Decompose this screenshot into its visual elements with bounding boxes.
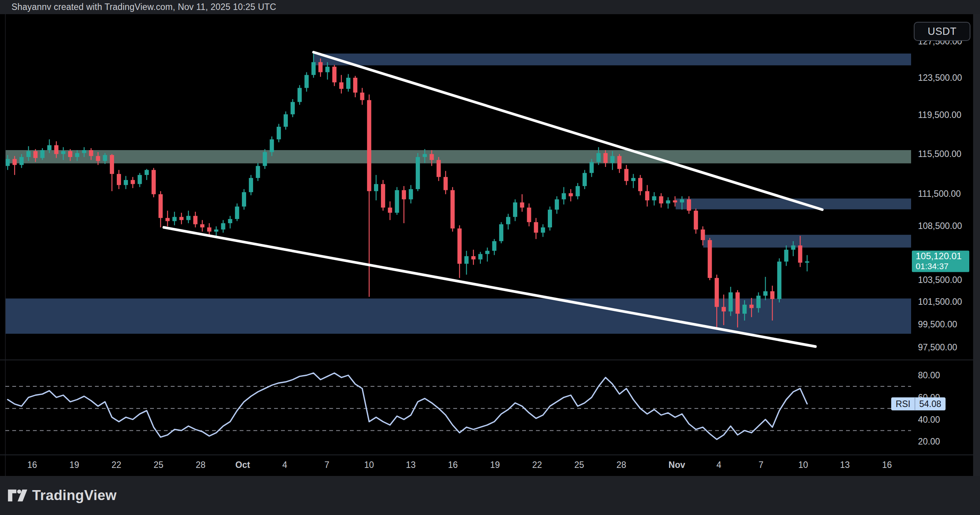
candle-up bbox=[138, 175, 142, 184]
rsi-line[interactable] bbox=[8, 373, 807, 439]
candle-down bbox=[603, 153, 608, 163]
candle-down bbox=[617, 156, 622, 169]
time-axis-labels[interactable]: 1619222528Oct4710131619222528Nov47101316 bbox=[27, 460, 892, 470]
price-tick-label: 115,500.00 bbox=[918, 149, 961, 159]
brand-name: TradingView bbox=[32, 487, 117, 504]
time-tick-label: 16 bbox=[882, 460, 892, 470]
candle-down bbox=[200, 224, 204, 227]
candle-up bbox=[562, 193, 566, 199]
candle-down bbox=[180, 217, 184, 220]
candle-up bbox=[61, 151, 65, 154]
chart-canvas[interactable]: 127,500.00123,500.00119,500.00115,500.00… bbox=[0, 0, 980, 515]
candle-up bbox=[464, 256, 469, 264]
candle-up bbox=[416, 157, 420, 189]
candle-up bbox=[499, 224, 503, 241]
price-tick-label: 103,500.00 bbox=[918, 275, 962, 285]
candle-down bbox=[638, 178, 642, 191]
candle-down bbox=[89, 150, 93, 156]
candle-up bbox=[235, 206, 239, 219]
candle-down bbox=[694, 211, 698, 229]
candle-up bbox=[791, 245, 795, 250]
tradingview-logo-icon bbox=[8, 489, 28, 502]
candle-down bbox=[332, 67, 336, 82]
candle-down bbox=[701, 229, 705, 240]
candle-up bbox=[576, 186, 580, 196]
candle-up bbox=[242, 192, 246, 207]
price-tick-label: 111,500.00 bbox=[918, 189, 961, 199]
candle-down bbox=[735, 293, 740, 314]
candle-up bbox=[312, 62, 316, 75]
time-tick-label: 7 bbox=[325, 460, 330, 470]
candle-up bbox=[304, 75, 309, 88]
candle-down bbox=[798, 245, 802, 263]
candle-up bbox=[277, 127, 281, 139]
candle-down bbox=[360, 93, 364, 100]
time-tick-label: 10 bbox=[364, 460, 374, 470]
candle-up bbox=[172, 217, 176, 221]
time-tick-label: 25 bbox=[574, 460, 584, 470]
resistance-zone-125k[interactable] bbox=[314, 54, 911, 65]
candle-up bbox=[75, 153, 79, 157]
candle-down bbox=[645, 191, 649, 200]
candle-up bbox=[346, 78, 350, 89]
brand-bar: TradingView bbox=[0, 476, 980, 515]
supply-zone-115k[interactable] bbox=[5, 150, 911, 163]
candle-up bbox=[666, 200, 670, 203]
candle-up bbox=[26, 151, 31, 157]
candle-down bbox=[722, 307, 726, 312]
candle-up bbox=[423, 154, 427, 157]
candle-down bbox=[750, 305, 754, 308]
candle-down bbox=[770, 291, 774, 299]
time-tick-label: Nov bbox=[668, 460, 685, 470]
time-tick-label: Oct bbox=[235, 460, 250, 470]
candle-down bbox=[624, 169, 629, 181]
resistance-zone-107k[interactable] bbox=[703, 235, 911, 247]
candle-down bbox=[318, 62, 323, 72]
candle-down bbox=[158, 194, 163, 218]
right-edge-strip bbox=[973, 14, 980, 476]
support-zone-100k[interactable] bbox=[5, 299, 911, 334]
attribution-text: Shayannv created with TradingView.com, N… bbox=[11, 2, 276, 12]
candle-up bbox=[756, 296, 761, 308]
candle-up bbox=[214, 229, 218, 232]
candle-up bbox=[291, 102, 295, 114]
candle-down bbox=[165, 218, 170, 221]
candle-down bbox=[687, 199, 691, 211]
candle-up bbox=[763, 291, 768, 296]
candle-down bbox=[715, 278, 719, 307]
price-axis-labels[interactable]: 127,500.00123,500.00119,500.00115,500.00… bbox=[918, 36, 962, 352]
candle-up bbox=[680, 199, 684, 203]
time-tick-label: 10 bbox=[798, 460, 808, 470]
price-badge: 105,120.0101:34:37 bbox=[912, 251, 969, 272]
candle-down bbox=[339, 82, 343, 89]
candle-up bbox=[395, 190, 399, 213]
candle-up bbox=[784, 250, 788, 262]
tradingview-chart-screenshot: 127,500.00123,500.00119,500.00115,500.00… bbox=[0, 0, 980, 515]
candle-up bbox=[805, 262, 809, 263]
rsi-tick-label: 40.00 bbox=[918, 415, 940, 425]
time-tick-label: 13 bbox=[406, 460, 416, 470]
candle-up bbox=[82, 150, 86, 153]
candle-up bbox=[492, 241, 497, 251]
candle-up bbox=[297, 88, 302, 102]
candle-down bbox=[353, 78, 358, 93]
candle-down bbox=[381, 184, 385, 208]
time-tick-label: 16 bbox=[27, 460, 37, 470]
rsi-tick-label: 20.00 bbox=[918, 437, 940, 446]
candle-up bbox=[145, 170, 149, 175]
wedge-upper-trendline[interactable] bbox=[314, 52, 822, 209]
candle-down bbox=[68, 151, 72, 157]
candle-up bbox=[513, 203, 517, 217]
attribution-bar: Shayannv created with TradingView.com, N… bbox=[0, 0, 980, 14]
time-tick-label: 22 bbox=[532, 460, 542, 470]
candle-up bbox=[6, 159, 10, 166]
rsi-badge: RSI54.08 bbox=[891, 397, 946, 410]
candle-up bbox=[485, 251, 490, 254]
candle-down bbox=[527, 208, 531, 222]
candle-up bbox=[270, 139, 274, 152]
currency-toggle-button[interactable]: USDT bbox=[914, 22, 970, 41]
rsi-tick-label: 80.00 bbox=[918, 370, 940, 380]
time-tick-label: 16 bbox=[448, 460, 458, 470]
candle-down bbox=[520, 203, 524, 208]
price-tick-label: 108,500.00 bbox=[918, 221, 962, 231]
